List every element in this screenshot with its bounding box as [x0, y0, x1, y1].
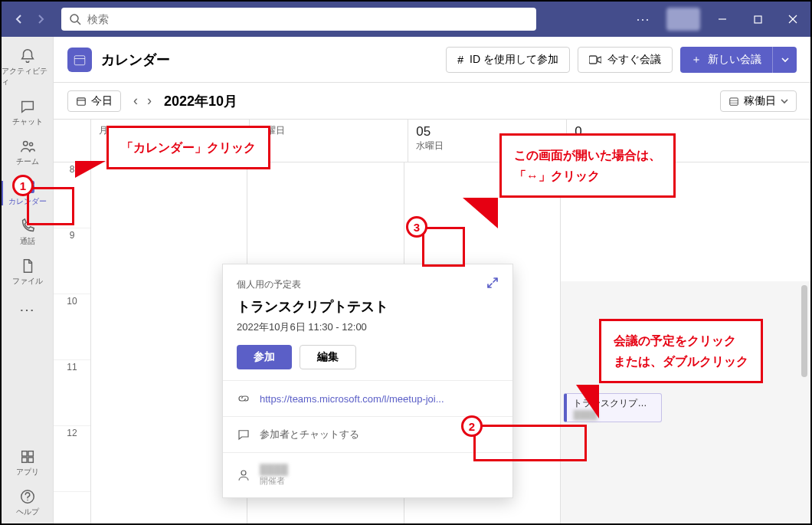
- window-minimize-button[interactable]: [705, 2, 740, 37]
- link-icon: [237, 392, 250, 405]
- search-input[interactable]: [87, 13, 529, 25]
- svg-rect-14: [21, 458, 26, 462]
- annotation-callout-1: 「カレンダー」クリック: [106, 126, 270, 169]
- edit-button[interactable]: 編集: [300, 345, 356, 369]
- popup-time: 2022年10月6日 11:30 - 12:00: [237, 320, 499, 334]
- search-box[interactable]: [61, 8, 536, 31]
- new-meeting-label: 新しい会議: [708, 53, 761, 67]
- page-header: カレンダー # ID を使用して参加 今すぐ会議 ＋ 新しい会議: [54, 37, 810, 83]
- join-with-id-button[interactable]: # ID を使用して参加: [446, 47, 570, 73]
- svg-point-0: [70, 15, 78, 22]
- chat-icon: [237, 428, 250, 441]
- annotation-text: 「↔」クリック: [514, 166, 661, 186]
- rail-activity[interactable]: アクティビティ: [2, 43, 54, 94]
- search-icon: [69, 13, 81, 25]
- svg-rect-3: [755, 16, 761, 23]
- window-maximize-button[interactable]: [740, 2, 775, 37]
- popup-subtitle: 個人用の予定表: [237, 278, 499, 291]
- rail-apps-label: アプリ: [16, 467, 39, 477]
- rail-calendar-label: カレンダー: [8, 196, 47, 207]
- rail-help[interactable]: ヘルプ: [2, 484, 54, 523]
- svg-rect-13: [28, 451, 32, 456]
- svg-line-1: [77, 21, 80, 25]
- nav-back-button[interactable]: [9, 9, 29, 29]
- annotation-text: 会議の予定をクリック: [614, 330, 748, 351]
- hour-label: 10: [54, 294, 90, 307]
- meeting-link[interactable]: https://teams.microsoft.com/l/meetup-joi…: [260, 393, 499, 405]
- chat-participants-label: 参加者とチャットする: [260, 428, 359, 441]
- chevron-down-icon: [781, 56, 789, 64]
- rail-files[interactable]: ファイル: [2, 253, 54, 293]
- organizer-role: 開催者: [260, 475, 288, 487]
- hour-label: 12: [54, 426, 90, 438]
- annotation-arrow-2: [576, 385, 599, 418]
- svg-rect-21: [77, 97, 86, 104]
- day-header: 火曜日: [249, 120, 408, 162]
- today-button[interactable]: 今日: [67, 90, 121, 112]
- annotation-text: この画面が開いた場合は、: [514, 145, 661, 166]
- rail-activity-label: アクティビティ: [2, 66, 54, 87]
- next-button[interactable]: ›: [142, 90, 156, 112]
- title-bar: ⋯: [2, 2, 810, 37]
- organizer-row: ████ 開催者: [223, 452, 512, 497]
- scrollbar-thumb[interactable]: [801, 285, 807, 377]
- meet-now-button[interactable]: 今すぐ会議: [578, 47, 673, 73]
- annotation-badge-1: 1: [12, 175, 34, 196]
- profile-avatar[interactable]: [666, 8, 700, 31]
- join-button[interactable]: 参加: [237, 345, 292, 369]
- meeting-popup: 個人用の予定表 トランスクリプトテスト 2022年10月6日 11:30 - 1…: [222, 264, 513, 498]
- plus-icon: ＋: [691, 53, 702, 67]
- prev-button[interactable]: ‹: [129, 90, 142, 112]
- calendar-small-icon: [76, 96, 87, 107]
- rail-files-label: ファイル: [12, 276, 43, 287]
- svg-rect-12: [21, 451, 26, 456]
- annotation-text: 「カレンダー」クリック: [121, 141, 256, 154]
- day-name: 火曜日: [257, 124, 400, 137]
- annotation-arrow-3: [463, 198, 498, 228]
- annotation-arrow-1: [75, 161, 106, 178]
- svg-rect-18: [74, 55, 85, 64]
- organizer-name-blurred: ████: [260, 464, 288, 475]
- today-label: 今日: [91, 94, 113, 108]
- scrollbar[interactable]: [800, 285, 809, 519]
- calendar-icon: [67, 48, 92, 72]
- rail-teams[interactable]: チーム: [2, 133, 54, 173]
- hour-label: 9: [54, 228, 90, 241]
- new-meeting-dropdown[interactable]: [772, 47, 797, 73]
- meeting-link-row[interactable]: https://teams.microsoft.com/l/meetup-joi…: [223, 380, 512, 416]
- svg-rect-20: [589, 56, 597, 64]
- expand-button[interactable]: [482, 272, 503, 294]
- month-label[interactable]: 2022年10月: [164, 92, 237, 110]
- svg-point-17: [27, 500, 28, 500]
- nav-forward-button[interactable]: [31, 9, 51, 29]
- rail-teams-label: チーム: [16, 156, 39, 167]
- join-with-id-label: ID を使用して参加: [470, 53, 558, 67]
- hash-icon: #: [457, 54, 463, 66]
- rail-chat-label: チャット: [12, 116, 43, 127]
- rail-calls-label: 通話: [20, 236, 35, 247]
- rail-chat[interactable]: チャット: [2, 94, 54, 133]
- svg-rect-23: [730, 97, 738, 104]
- svg-point-26: [241, 471, 246, 475]
- new-meeting-button[interactable]: ＋ 新しい会議: [680, 47, 772, 73]
- annotation-callout-3: この画面が開いた場合は、 「↔」クリック: [499, 133, 676, 198]
- rail-more[interactable]: ⋯: [19, 293, 36, 326]
- meet-now-label: 今すぐ会議: [607, 53, 661, 67]
- rail-help-label: ヘルプ: [16, 507, 39, 517]
- more-button[interactable]: ⋯: [625, 11, 662, 28]
- annotation-callout-2: 会議の予定をクリック または、ダブルクリック: [599, 319, 763, 383]
- annotation-badge-2: 2: [461, 415, 483, 437]
- app-rail: アクティビティ チャット チーム カレンダー 通話 ファイル ⋯: [2, 37, 54, 523]
- popup-title: トランスクリプトテスト: [237, 297, 499, 316]
- list-icon: [729, 96, 739, 107]
- window-close-button[interactable]: [775, 2, 810, 37]
- expand-icon: [486, 277, 499, 289]
- chevron-down-icon: [781, 97, 788, 105]
- calendar-toolbar: 今日 ‹ › 2022年10月 稼働日: [54, 83, 810, 120]
- view-selector-label: 稼働日: [744, 94, 776, 108]
- rail-apps[interactable]: アプリ: [2, 444, 54, 484]
- annotation-text: または、ダブルクリック: [614, 351, 748, 372]
- view-selector[interactable]: 稼働日: [720, 90, 797, 112]
- hour-label: 11: [54, 360, 90, 372]
- rail-calls[interactable]: 通話: [2, 213, 54, 253]
